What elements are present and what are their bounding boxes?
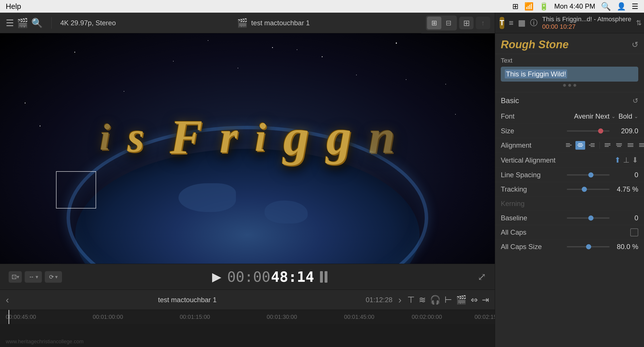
all-caps-size-label: All Caps Size — [501, 243, 564, 251]
all-caps-size-value[interactable]: 80.0 % — [615, 243, 638, 251]
all-caps-checkbox[interactable] — [630, 228, 638, 236]
all-caps-size-slider[interactable] — [567, 246, 610, 247]
basic-reset[interactable]: ↺ — [633, 97, 638, 105]
font-name-btn[interactable]: Avenir Next ⌄ — [574, 112, 616, 120]
crop-btn[interactable]: ⊡ ▾ — [9, 271, 22, 283]
next-btn[interactable]: › — [398, 294, 401, 305]
inspector-header: T ≡ ▦ ⓘ This is Friggin...d! - Atmospher… — [495, 13, 644, 33]
headphones-icon[interactable]: 🎧 — [430, 295, 441, 305]
align-justify-left-btn[interactable] — [603, 141, 612, 150]
menu-icon[interactable]: ☰ — [632, 2, 638, 11]
speed-btn[interactable]: ⟳ ▾ — [45, 271, 62, 283]
split-audio-icon[interactable]: ⊤ — [407, 295, 415, 305]
font-controls: Avenir Next ⌄ Bold ⌄ — [564, 112, 638, 120]
video-toolbar: ☰ 🎬 🔍 4K 29.97p, Stereo 🎬 test mactouchb… — [0, 13, 495, 33]
expand-icon[interactable]: ⇔ — [471, 295, 478, 305]
airplay-icon[interactable]: ⊞ — [512, 2, 519, 11]
list-inspector-btn[interactable]: ≡ — [509, 17, 513, 29]
line-spacing-slider[interactable] — [567, 174, 610, 176]
letter-n: n — [368, 110, 395, 164]
ruler-mark-3: 00:01:30:00 — [267, 314, 297, 320]
tracking-row: Tracking 4.75 % — [495, 182, 644, 196]
pause-button[interactable] — [320, 271, 327, 283]
valign-top-btn[interactable]: ⬆ — [614, 156, 621, 165]
letter-r: r — [220, 110, 238, 163]
valign-middle-btn[interactable]: ⊥ — [623, 156, 630, 165]
line-spacing-controls: 0 — [564, 171, 638, 179]
menubar: Help ⊞ 📶 🔋 Mon 4:40 PM 🔍 👤 ☰ — [0, 0, 644, 13]
toolbar-left: ☰ 🎬 🔍 — [6, 18, 43, 28]
svg-rect-20 — [639, 146, 644, 147]
valign-bottom-btn[interactable]: ⬇ — [632, 156, 638, 165]
align-right-btn[interactable] — [587, 141, 597, 150]
text-input-area[interactable]: This is Friggin Wild! — [501, 67, 638, 82]
size-controls: 209.0 — [564, 127, 638, 135]
share-btn[interactable]: ↑ — [476, 17, 490, 29]
svg-rect-8 — [591, 146, 595, 147]
sliders-btn[interactable]: ⊞ — [459, 17, 474, 29]
wifi-icon: 📶 — [524, 2, 534, 11]
timeline-ruler: 00:00:45:00 00:01:00:00 00:01:15:00 00:0… — [0, 310, 495, 324]
user-icon[interactable]: 👤 — [617, 2, 626, 11]
align-center-btn[interactable] — [575, 141, 585, 150]
text-overlay: i s F r i g g n — [100, 107, 395, 167]
text-inspector-btn[interactable]: T — [500, 17, 504, 29]
info-inspector-btn[interactable]: ⓘ — [530, 17, 538, 29]
align-justify-center-btn[interactable] — [614, 141, 624, 150]
letter-i2: i — [255, 114, 266, 160]
play-button[interactable]: ▶ — [212, 270, 221, 284]
film-icon[interactable]: 🎬 — [456, 295, 467, 305]
baseline-value[interactable]: 0 — [615, 214, 638, 222]
tracking-thumb — [582, 187, 587, 192]
align-divider — [600, 142, 600, 149]
align-justify-all-btn[interactable] — [637, 141, 644, 150]
letter-g: g — [283, 107, 309, 167]
timecode-display: 00:0048:14 — [227, 269, 314, 285]
right-panel: T ≡ ▦ ⓘ This is Friggin...d! - Atmospher… — [495, 13, 644, 347]
blade-icon[interactable]: ⊢ — [445, 295, 452, 305]
prev-btn[interactable]: ‹ — [6, 294, 9, 305]
size-thumb — [598, 128, 603, 134]
list-view-btn[interactable]: ⊟ — [441, 17, 456, 29]
size-slider[interactable] — [567, 130, 610, 132]
font-weight-btn[interactable]: Bold ⌄ — [618, 112, 638, 120]
film-inspector-btn[interactable]: ▦ — [518, 17, 525, 29]
align-left-btn[interactable] — [564, 141, 574, 150]
inspector-title-area: This is Friggin...d! - Atmosphere 00:00 … — [542, 16, 631, 30]
film-strip-icon[interactable]: 🎬 — [17, 18, 28, 28]
grid-view-btn[interactable]: ⊞ — [427, 17, 441, 29]
size-value[interactable]: 209.0 — [615, 127, 638, 135]
svg-rect-1 — [566, 145, 572, 145]
svg-rect-10 — [605, 145, 610, 145]
speed-chevron: ▾ — [55, 274, 58, 280]
letter-g2: g — [326, 108, 352, 166]
search-icon[interactable]: 🔍 — [601, 2, 611, 11]
audio-wave-icon[interactable]: ≋ — [419, 295, 426, 305]
format-label: 4K 29.97p, Stereo — [60, 19, 116, 27]
search-icon[interactable]: 🔍 — [31, 18, 43, 28]
library-icon[interactable]: ☰ — [6, 18, 14, 28]
baseline-slider[interactable] — [567, 217, 610, 219]
dot-1 — [563, 84, 566, 87]
video-background: i s F r i g g n — [0, 33, 495, 264]
transform-btn[interactable]: ↔ ▾ — [25, 271, 42, 283]
pb-center: ▶ 00:0048:14 — [212, 269, 327, 285]
inspector-chevron[interactable]: ⇅ — [636, 19, 642, 27]
pb-left: ⊡ ▾ ↔ ▾ ⟳ ▾ — [9, 271, 62, 283]
svg-rect-16 — [628, 145, 633, 145]
ruler-mark-1: 00:01:00:00 — [93, 314, 123, 320]
line-spacing-value[interactable]: 0 — [615, 171, 638, 179]
menubar-help[interactable]: Help — [6, 2, 21, 11]
tracking-slider[interactable] — [567, 189, 610, 190]
svg-rect-5 — [578, 146, 582, 147]
all-caps-controls — [564, 228, 638, 236]
svg-rect-15 — [628, 143, 633, 144]
align-justify-right-btn[interactable] — [626, 141, 635, 150]
tracking-value[interactable]: 4.75 % — [615, 185, 638, 193]
font-name-value: Avenir Next — [574, 112, 610, 120]
svg-rect-12 — [616, 143, 622, 144]
fullscreen-btn[interactable]: ⤢ — [478, 271, 486, 283]
letter-i: i — [100, 115, 110, 159]
reset-icon[interactable]: ↺ — [632, 40, 638, 49]
skip-icon[interactable]: ⇥ — [482, 295, 489, 305]
